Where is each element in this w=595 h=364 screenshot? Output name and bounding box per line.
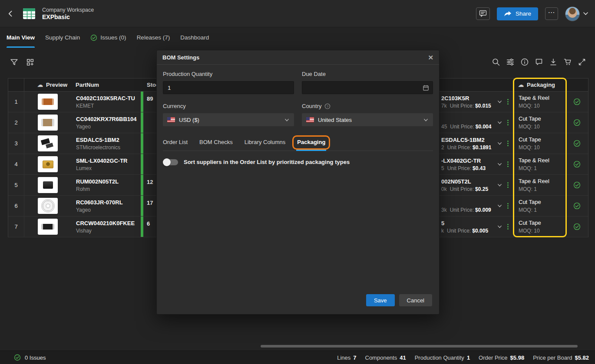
modal-tab-packaging[interactable]: Packaging xyxy=(297,139,325,145)
tab-issues[interactable]: Issues (0) xyxy=(90,27,126,48)
supplier-cell: ESDALC5-1BM2 2Unit Price:$0.1891 xyxy=(439,133,513,154)
calendar-icon[interactable] xyxy=(423,85,429,91)
production-quantity-input[interactable] xyxy=(163,81,294,94)
tab-releases[interactable]: Releases (7) xyxy=(137,27,170,48)
part-preview-image[interactable] xyxy=(38,177,58,193)
search-icon[interactable] xyxy=(492,58,500,66)
expand-icon[interactable] xyxy=(578,58,586,66)
header-packaging[interactable]: ☁Packaging xyxy=(513,79,566,91)
modal-header: BOM Settings ✕ xyxy=(157,50,439,65)
modal-tab-bom-checks[interactable]: BOM Checks xyxy=(199,139,233,145)
modal-tab-order-list[interactable]: Order List xyxy=(163,139,188,145)
filter-icon[interactable] xyxy=(10,58,19,67)
chevron-down-icon[interactable] xyxy=(497,99,502,105)
issues-count: 0 Issues xyxy=(25,354,46,361)
feedback-button[interactable] xyxy=(476,7,490,20)
status-cell xyxy=(566,154,588,174)
cart-icon[interactable] xyxy=(563,58,572,66)
chevron-down-icon[interactable] xyxy=(497,224,502,230)
cancel-button[interactable]: Cancel xyxy=(399,294,432,306)
chevron-down-icon[interactable] xyxy=(497,141,502,146)
tab-dashboard[interactable]: Dashboard xyxy=(180,27,209,48)
status-cell xyxy=(566,175,588,195)
modal-tab-library-columns[interactable]: Library Columns xyxy=(245,139,286,145)
header-preview[interactable]: ☁Preview xyxy=(24,79,72,91)
add-grid-icon[interactable] xyxy=(26,58,35,67)
part-preview-image[interactable] xyxy=(38,156,58,172)
part-preview-image[interactable] xyxy=(38,94,58,110)
country-field: Country ? United States xyxy=(302,103,433,126)
unit-price-label: Unit Price: xyxy=(447,144,471,151)
drag-handle-icon[interactable] xyxy=(506,140,509,147)
part-preview-image[interactable] xyxy=(38,115,58,131)
supplier-cell: 3kUnit Price:$0.009 xyxy=(439,196,513,216)
check-circle-icon xyxy=(573,202,581,210)
manufacturer: Rohm xyxy=(76,187,141,192)
avatar-caret-icon[interactable] xyxy=(583,12,588,15)
unit-price-label: Unit Price: xyxy=(450,124,474,130)
packaging-moq: MOQ: 1 xyxy=(519,165,565,171)
issues-status[interactable]: 0 Issues xyxy=(14,354,46,361)
user-avatar[interactable] xyxy=(565,7,580,21)
supplier-cell: 002N05T2L 0kUnit Price:$0.25 xyxy=(439,175,513,195)
status-cell xyxy=(566,92,588,112)
part-preview-image[interactable] xyxy=(38,135,58,151)
chevron-down-icon[interactable] xyxy=(497,203,502,209)
drag-handle-icon[interactable] xyxy=(506,181,509,189)
drag-handle-icon[interactable] xyxy=(506,223,509,230)
packaging-type: Cut Tape xyxy=(519,199,565,205)
unit-price-value: $0.25 xyxy=(475,186,488,192)
status-cell xyxy=(566,133,588,154)
share-button[interactable]: Share xyxy=(497,7,538,20)
manufacturer: KEMET xyxy=(76,103,141,109)
unit-price-value: $0.004 xyxy=(476,124,492,130)
part-preview-image[interactable] xyxy=(38,198,58,214)
comments-icon[interactable] xyxy=(535,58,543,66)
sort-suppliers-toggle[interactable] xyxy=(163,159,178,165)
modal-title: BOM Settings xyxy=(162,54,199,61)
svg-text:?: ? xyxy=(326,104,328,108)
due-date-input[interactable] xyxy=(302,81,433,94)
manufacturer: Yageo xyxy=(76,124,141,130)
check-circle-icon xyxy=(90,34,97,41)
view-tab-bar: Main View Supply Chain Issues (0) Releas… xyxy=(0,27,595,48)
currency-select[interactable]: USD ($) xyxy=(163,113,294,126)
chevron-down-icon xyxy=(284,117,290,123)
save-button[interactable]: Save xyxy=(366,294,395,306)
download-icon[interactable] xyxy=(549,58,558,66)
back-icon[interactable] xyxy=(7,10,14,17)
check-circle-icon xyxy=(14,354,21,361)
manufacturer: Yageo xyxy=(76,207,141,213)
drag-handle-icon[interactable] xyxy=(506,119,509,126)
horizontal-scrollbar[interactable] xyxy=(261,345,578,348)
tab-supply-chain[interactable]: Supply Chain xyxy=(45,27,80,48)
check-circle-icon xyxy=(573,98,581,105)
header-partnum[interactable]: PartNum xyxy=(72,79,141,91)
stat-components: Components41 xyxy=(365,354,406,361)
drag-handle-icon[interactable] xyxy=(506,202,509,210)
chevron-down-icon[interactable] xyxy=(497,161,502,167)
close-icon[interactable]: ✕ xyxy=(428,54,433,61)
info-icon[interactable] xyxy=(520,58,529,66)
chevron-down-icon[interactable] xyxy=(497,182,502,188)
supplier-cell: 5 kUnit Price:$0.005 xyxy=(439,216,513,237)
stat-production-quantity: Production Quantity1 xyxy=(415,354,470,361)
filter-settings-icon[interactable] xyxy=(506,58,515,66)
share-icon xyxy=(504,10,512,17)
part-preview-image[interactable] xyxy=(38,219,58,235)
drag-handle-icon[interactable] xyxy=(506,98,509,105)
row-number: 2 xyxy=(8,112,24,133)
packaging-type: Cut Tape xyxy=(519,220,565,226)
unit-price-label: Unit Price: xyxy=(447,228,471,234)
packaging-moq: MOQ: 10 xyxy=(519,103,565,109)
tab-main-view[interactable]: Main View xyxy=(7,27,35,48)
modal-body: Production Quantity Due Date Currency US… xyxy=(157,65,439,294)
help-icon[interactable]: ? xyxy=(324,103,331,109)
packaging-moq: MOQ: 10 xyxy=(519,228,565,234)
country-select[interactable]: United States xyxy=(302,113,433,126)
chevron-down-icon[interactable] xyxy=(497,120,502,125)
packaging-moq: MOQ: 10 xyxy=(519,124,565,130)
unit-price-value: $0.015 xyxy=(475,103,491,109)
drag-handle-icon[interactable] xyxy=(506,161,509,168)
more-options-button[interactable]: ⋯ xyxy=(545,7,558,20)
